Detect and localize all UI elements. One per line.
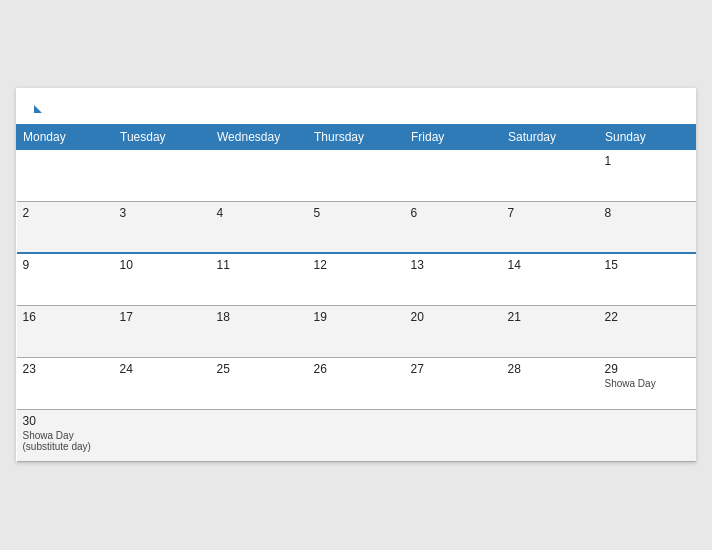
calendar-cell: 15 <box>599 253 696 305</box>
day-number: 14 <box>508 258 593 272</box>
calendar-cell <box>502 409 599 461</box>
day-number: 5 <box>314 206 399 220</box>
day-number: 15 <box>605 258 690 272</box>
week-row-5: 23242526272829Showa Day <box>17 357 696 409</box>
weekday-thursday: Thursday <box>308 124 405 149</box>
day-number: 18 <box>217 310 302 324</box>
calendar-cell <box>114 409 211 461</box>
week-row-6: 30Showa Day (substitute day) <box>17 409 696 461</box>
calendar-cell: 7 <box>502 201 599 253</box>
day-number: 10 <box>120 258 205 272</box>
calendar-cell: 20 <box>405 305 502 357</box>
day-number: 28 <box>508 362 593 376</box>
week-row-4: 16171819202122 <box>17 305 696 357</box>
calendar-cell: 12 <box>308 253 405 305</box>
weekday-friday: Friday <box>405 124 502 149</box>
calendar-cell: 26 <box>308 357 405 409</box>
calendar-cell <box>599 409 696 461</box>
day-number: 16 <box>23 310 108 324</box>
calendar-cell: 18 <box>211 305 308 357</box>
day-number: 8 <box>605 206 690 220</box>
calendar-cell: 30Showa Day (substitute day) <box>17 409 114 461</box>
calendar-cell: 17 <box>114 305 211 357</box>
day-number: 3 <box>120 206 205 220</box>
weekday-tuesday: Tuesday <box>114 124 211 149</box>
calendar-container: MondayTuesdayWednesdayThursdayFridaySatu… <box>16 88 696 462</box>
calendar-grid: MondayTuesdayWednesdayThursdayFridaySatu… <box>16 124 696 462</box>
holiday-label: Showa Day <box>605 378 690 389</box>
day-number: 13 <box>411 258 496 272</box>
day-number: 24 <box>120 362 205 376</box>
calendar-cell: 23 <box>17 357 114 409</box>
calendar-cell: 21 <box>502 305 599 357</box>
calendar-header <box>16 88 696 124</box>
day-number: 6 <box>411 206 496 220</box>
calendar-cell <box>114 149 211 201</box>
calendar-cell: 4 <box>211 201 308 253</box>
calendar-cell <box>405 409 502 461</box>
day-number: 1 <box>605 154 690 168</box>
week-row-1: 1 <box>17 149 696 201</box>
day-number: 25 <box>217 362 302 376</box>
calendar-cell: 13 <box>405 253 502 305</box>
calendar-cell <box>17 149 114 201</box>
calendar-cell <box>502 149 599 201</box>
day-number: 4 <box>217 206 302 220</box>
weekday-monday: Monday <box>17 124 114 149</box>
day-number: 19 <box>314 310 399 324</box>
logo <box>32 100 42 116</box>
calendar-cell: 11 <box>211 253 308 305</box>
day-number: 20 <box>411 310 496 324</box>
calendar-cell: 19 <box>308 305 405 357</box>
calendar-cell: 28 <box>502 357 599 409</box>
calendar-cell <box>308 409 405 461</box>
day-number: 27 <box>411 362 496 376</box>
day-number: 9 <box>23 258 108 272</box>
day-number: 17 <box>120 310 205 324</box>
calendar-cell: 22 <box>599 305 696 357</box>
calendar-cell: 16 <box>17 305 114 357</box>
calendar-cell: 24 <box>114 357 211 409</box>
weekday-wednesday: Wednesday <box>211 124 308 149</box>
calendar-cell: 1 <box>599 149 696 201</box>
logo-triangle-icon <box>34 105 42 113</box>
calendar-cell: 29Showa Day <box>599 357 696 409</box>
calendar-cell: 27 <box>405 357 502 409</box>
day-number: 30 <box>23 414 108 428</box>
day-number: 22 <box>605 310 690 324</box>
day-number: 26 <box>314 362 399 376</box>
calendar-cell <box>405 149 502 201</box>
calendar-cell: 6 <box>405 201 502 253</box>
calendar-cell <box>308 149 405 201</box>
day-number: 2 <box>23 206 108 220</box>
holiday-label: Showa Day (substitute day) <box>23 430 108 452</box>
day-number: 21 <box>508 310 593 324</box>
day-number: 7 <box>508 206 593 220</box>
calendar-cell: 10 <box>114 253 211 305</box>
weekday-saturday: Saturday <box>502 124 599 149</box>
calendar-cell: 2 <box>17 201 114 253</box>
calendar-cell: 9 <box>17 253 114 305</box>
day-number: 29 <box>605 362 690 376</box>
week-row-3: 9101112131415 <box>17 253 696 305</box>
calendar-cell <box>211 409 308 461</box>
calendar-cell: 25 <box>211 357 308 409</box>
day-number: 12 <box>314 258 399 272</box>
calendar-cell <box>211 149 308 201</box>
weekday-sunday: Sunday <box>599 124 696 149</box>
week-row-2: 2345678 <box>17 201 696 253</box>
weekday-header-row: MondayTuesdayWednesdayThursdayFridaySatu… <box>17 124 696 149</box>
calendar-cell: 3 <box>114 201 211 253</box>
day-number: 11 <box>217 258 302 272</box>
calendar-cell: 8 <box>599 201 696 253</box>
calendar-cell: 5 <box>308 201 405 253</box>
calendar-cell: 14 <box>502 253 599 305</box>
day-number: 23 <box>23 362 108 376</box>
